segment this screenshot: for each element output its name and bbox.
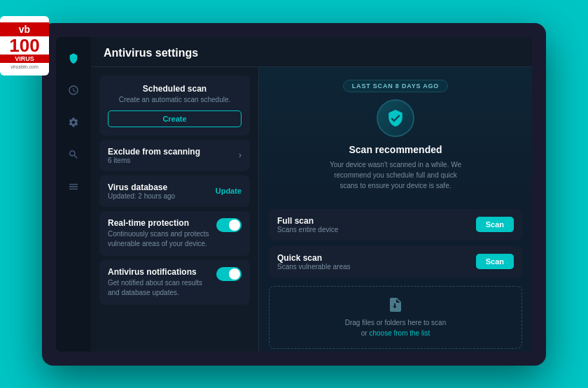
notifications-card: Antivirus notifications Get notified abo… <box>99 260 250 305</box>
exclude-subtitle: 6 items <box>108 157 200 164</box>
real-time-toggle[interactable] <box>216 218 241 232</box>
drag-text-before: Drag files or folders here to scan <box>345 319 447 326</box>
quick-scan-row: Quick scan Scans vulnerable areas Scan <box>269 246 522 278</box>
sidebar-item-clock[interactable] <box>64 80 83 100</box>
sidebar-item-settings[interactable] <box>64 177 83 196</box>
exclude-info: Exclude from scanning 6 items <box>108 147 200 164</box>
create-button[interactable]: Create <box>108 110 241 127</box>
notifications-description: Get notified about scan results and data… <box>108 278 211 298</box>
notifications-title: Antivirus notifications <box>108 267 211 277</box>
vb-site-label: virusbtn.com <box>10 64 38 69</box>
quick-scan-info: Quick scan Scans vulnerable areas <box>277 253 351 271</box>
sidebar-item-gear[interactable] <box>64 113 83 132</box>
full-scan-name: Full scan <box>277 216 338 226</box>
page-header: Antivirus settings <box>91 37 532 67</box>
virus-db-info: Virus database Updated: 2 hours ago <box>108 182 175 200</box>
shield-container <box>377 99 414 137</box>
real-time-title: Real-time protection <box>108 218 211 228</box>
scan-recommended-area: LAST SCAN 8 DAYS AGO Scan recommended Yo… <box>259 67 532 201</box>
sidebar-item-shield[interactable] <box>64 48 83 68</box>
virus-db-card: Virus database Updated: 2 hours ago Upda… <box>99 175 250 207</box>
real-time-description: Continuously scans and protects vulnerab… <box>108 229 211 249</box>
vb-badge: vb 100 VIRUS virusbtn.com <box>0 16 49 76</box>
page-title: Antivirus settings <box>104 47 198 59</box>
real-time-info: Real-time protection Continuously scans … <box>108 218 211 249</box>
scan-recommended-title: Scan recommended <box>270 144 521 155</box>
scheduled-scan-card: Scheduled scan Create an automatic scan … <box>99 76 250 136</box>
main-content: Antivirus settings Scheduled scan Create… <box>91 37 532 352</box>
upload-icon <box>387 296 404 313</box>
notifications-info: Antivirus notifications Get notified abo… <box>108 267 211 298</box>
sidebar <box>56 37 91 352</box>
right-panel: LAST SCAN 8 DAYS AGO Scan recommended Yo… <box>259 67 532 352</box>
scan-recommended-desc: Your device wasn't scanned in a while. W… <box>326 159 465 191</box>
vb-number: 100 <box>9 36 39 55</box>
drag-drop-text: Drag files or folders here to scan or ch… <box>345 317 447 338</box>
exclude-title: Exclude from scanning <box>108 147 200 157</box>
full-scan-button[interactable]: Scan <box>476 217 514 232</box>
real-time-protection-card: Real-time protection Continuously scans … <box>99 211 250 256</box>
scheduled-scan-subtitle: Create an automatic scan schedule. <box>108 96 241 103</box>
chevron-right-icon: › <box>239 150 241 160</box>
last-scan-badge: LAST SCAN 8 DAYS AGO <box>343 80 448 92</box>
shield-check-icon <box>386 109 405 127</box>
exclude-card[interactable]: Exclude from scanning 6 items › <box>99 140 250 171</box>
sidebar-item-search[interactable] <box>64 145 83 164</box>
vb-virus-label: VIRUS <box>0 55 49 63</box>
virus-db-subtitle: Updated: 2 hours ago <box>108 192 175 200</box>
choose-from-list-link[interactable]: choose from the list <box>369 329 430 337</box>
drag-drop-area[interactable]: Drag files or folders here to scan or ch… <box>269 286 522 349</box>
vb-label: vb <box>0 22 49 36</box>
virus-db-title: Virus database <box>108 182 175 192</box>
left-panel: Scheduled scan Create an automatic scan … <box>91 67 259 352</box>
quick-scan-name: Quick scan <box>277 253 351 263</box>
scan-actions: Full scan Scans entire device Scan Quick… <box>259 201 532 286</box>
content-area: Scheduled scan Create an automatic scan … <box>91 67 532 352</box>
notifications-toggle[interactable] <box>216 267 241 281</box>
full-scan-desc: Scans entire device <box>277 226 338 233</box>
full-scan-row: Full scan Scans entire device Scan <box>269 209 522 240</box>
quick-scan-desc: Scans vulnerable areas <box>277 263 351 271</box>
quick-scan-button[interactable]: Scan <box>476 254 514 269</box>
update-button[interactable]: Update <box>216 187 241 195</box>
drag-text-connector: or <box>361 329 368 337</box>
scheduled-scan-title: Scheduled scan <box>108 84 241 94</box>
full-scan-info: Full scan Scans entire device <box>277 216 338 233</box>
